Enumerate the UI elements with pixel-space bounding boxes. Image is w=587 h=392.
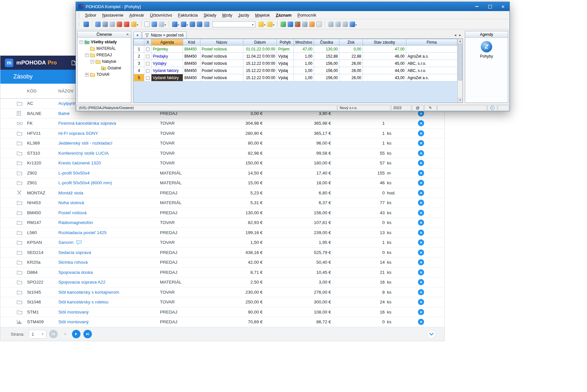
delete-item-button[interactable] <box>418 230 424 236</box>
toolbar-save-icon[interactable] <box>189 21 195 27</box>
inventory-row-bm450[interactable]: BM450Posteľ roštováPREDAJ130,00 €156,00 … <box>0 208 444 218</box>
toolbar-copy-icon[interactable] <box>204 21 210 27</box>
column-header-stav[interactable]: Stav zásoby <box>363 39 406 46</box>
cell-kod[interactable]: BM450 <box>183 53 200 60</box>
inventory-row-montaz[interactable]: MONTAZMontáž stolaPREDAJ5,23 €6,80 €0hod… <box>0 188 444 198</box>
inventory-row-z902[interactable]: Z902L-profil 50x50x4MATERIÁL14,50 €17,40… <box>0 168 444 178</box>
cell-stav[interactable]: 45,00 <box>363 60 406 67</box>
close-button[interactable] <box>496 2 509 11</box>
inventory-row-st1045[interactable]: St1045Stôl kancelársky s kontajneromTOVA… <box>0 287 444 298</box>
window-titlebar[interactable]: POHODA Komplet - [Pohyby] <box>76 2 509 11</box>
cell-nazov[interactable]: Posteľ roštová <box>200 46 243 53</box>
delete-item-button[interactable] <box>418 150 424 156</box>
column-header-firma[interactable]: Firma <box>406 39 457 46</box>
delete-item-button[interactable] <box>418 190 424 196</box>
toolbar-edit-record-icon[interactable] <box>151 21 157 27</box>
tree-node-vsetky-sklady[interactable]: −Všetky sklady <box>78 39 131 45</box>
first-page-button[interactable] <box>49 330 58 338</box>
row-number-cell[interactable]: 5 <box>134 74 144 81</box>
cell-nazov[interactable]: Posteľ roštová <box>200 67 243 74</box>
item-name-link[interactable]: Stôl montovaný <box>58 319 89 324</box>
item-name-link[interactable]: Skrinka rohová <box>58 260 88 265</box>
tree-node-material[interactable]: MATERIÁL <box>78 45 131 52</box>
row-checkbox[interactable] <box>146 76 150 80</box>
inventory-row-kpsan[interactable]: KPSANSanorinTOVAR1,50 €1,95 €1ks <box>0 238 444 248</box>
inventory-row-kr20a[interactable]: KR20aSkrinka rohováPREDAJ42,00 €50,40 €1… <box>0 258 444 268</box>
dropdown-caret-icon[interactable] <box>178 21 179 27</box>
item-name-link[interactable]: Montáž stola <box>58 190 83 195</box>
cell-firma[interactable]: ABC, s.r.o. <box>406 60 457 67</box>
delete-item-button[interactable] <box>418 309 424 315</box>
cell-zisk[interactable]: 0,00 <box>339 46 363 53</box>
grid-row-5[interactable]: 5Vydané faktúryBM450Posteľ roštová15.12.… <box>134 74 457 81</box>
delete-item-button[interactable] <box>418 289 424 295</box>
inventory-row-kl369[interactable]: KL369Jedálenský stôl - rozkladacíTOVAR80… <box>0 138 444 148</box>
item-name-link[interactable]: Jedálenský stôl - rozkladací <box>58 141 112 146</box>
row-checkbox[interactable] <box>146 48 150 51</box>
inventory-row-hfv21[interactable]: HFV21Hi-Fi súprava SONYTOVAR280,90 €365,… <box>0 129 444 139</box>
cell-datum[interactable]: 15.12.22 0:00:00 <box>243 67 277 74</box>
inventory-row-sed214[interactable]: SED214Sedacia súpravaPREDAJ438,16 €525,7… <box>0 248 444 258</box>
dropdown-caret-icon[interactable] <box>186 21 188 27</box>
cell-zisk[interactable]: 26,00 <box>339 74 363 81</box>
menu-item-adresar[interactable]: Adresár <box>126 12 147 19</box>
cell-mnozstvo[interactable]: 1,00 <box>294 53 314 60</box>
cell-agenda[interactable]: Predajky <box>151 53 183 60</box>
cell-mnozstvo[interactable]: 1,00 <box>294 60 314 67</box>
cell-mnozstvo[interactable]: 1,00 <box>294 67 314 74</box>
row-check-cell[interactable] <box>144 60 151 67</box>
item-name-link[interactable]: L-profil 50x50x4 <box>58 171 90 175</box>
item-name-link[interactable]: Posteľ roštová <box>58 210 86 215</box>
delete-item-button[interactable] <box>418 160 424 166</box>
toolbar-copy-record-icon[interactable] <box>95 21 101 27</box>
cell-pohyb[interactable]: Výdaj <box>277 67 294 74</box>
cell-zisk[interactable]: 22,88 <box>339 53 363 60</box>
cell-nazov[interactable]: Posteľ roštová <box>200 60 243 67</box>
row-checkbox[interactable] <box>146 69 150 73</box>
column-header-kod[interactable]: KÓD <box>26 89 58 93</box>
toolbar-iban-icon[interactable] <box>316 21 322 27</box>
item-name-link[interactable]: Stôl kancelársky s kontajnerom <box>58 290 119 295</box>
cell-zisk[interactable]: 26,00 <box>339 67 363 74</box>
delete-item-button[interactable] <box>418 140 424 146</box>
menu-item-majetok[interactable]: Majetok <box>252 12 273 19</box>
toolbar-save-copy-icon[interactable] <box>196 21 203 27</box>
default-filter-tab[interactable] <box>134 32 141 38</box>
toolbar-monitor-2-icon[interactable] <box>335 21 341 27</box>
menu-item-subor[interactable]: Súbor <box>82 12 99 19</box>
toolbar-favorites-icon[interactable] <box>180 21 188 27</box>
cell-stav[interactable]: 46,00 <box>363 53 406 60</box>
item-name-link[interactable]: Balné <box>58 111 70 116</box>
menu-item-jazdy[interactable]: Jazdy <box>235 12 252 19</box>
row-number-cell[interactable]: 4 <box>134 67 144 74</box>
menu-item-uctovnictvo[interactable]: Účtovníctvo <box>147 12 175 19</box>
cell-datum[interactable]: 01.01.22 0:00:00 <box>243 46 277 53</box>
inventory-row-st310[interactable]: ST310Konferenčný stolík LUCIATOVAR82,98 … <box>0 148 444 159</box>
row-number-cell[interactable]: 2 <box>134 53 144 60</box>
tree-node-predaj[interactable]: −PREDAJ <box>78 52 131 58</box>
toolbar-print-icon[interactable] <box>102 21 108 27</box>
toolbar-print-preview-icon[interactable] <box>109 21 115 27</box>
delete-item-button[interactable] <box>418 219 424 226</box>
delete-item-button[interactable] <box>418 180 424 186</box>
menu-item-zaznam[interactable]: Záznam <box>273 12 294 19</box>
cell-ciastka[interactable]: 156,00 <box>314 60 339 67</box>
delete-item-button[interactable] <box>418 319 424 325</box>
column-header-nazov[interactable]: NÁZOV <box>58 89 74 93</box>
maximize-button[interactable] <box>483 2 496 11</box>
scrollbar-thumb[interactable] <box>458 44 462 80</box>
row-check-cell[interactable] <box>144 74 151 81</box>
expand-icon[interactable]: + <box>85 73 89 77</box>
cell-ciastka[interactable]: 156,00 <box>314 74 339 81</box>
delete-item-button[interactable] <box>418 259 424 265</box>
cell-stav[interactable]: 43,00 <box>363 74 406 81</box>
item-name-link[interactable]: Stôl kancelársky s roletou <box>58 300 108 304</box>
collapse-footer-button[interactable] <box>427 330 436 339</box>
toolbar-documents-folder-icon[interactable] <box>267 21 275 27</box>
previous-page-button[interactable] <box>61 330 69 338</box>
inventory-row-st1046[interactable]: St1046Stôl kancelársky s roletouTOVAR250… <box>0 297 444 307</box>
cell-ciastka[interactable]: 152,88 <box>314 53 339 60</box>
row-number-cell[interactable]: 1 <box>134 46 144 53</box>
toolbar-search-combobox[interactable] <box>212 21 255 27</box>
active-filter-tab[interactable]: Názov = posteľ roš <box>142 32 187 38</box>
